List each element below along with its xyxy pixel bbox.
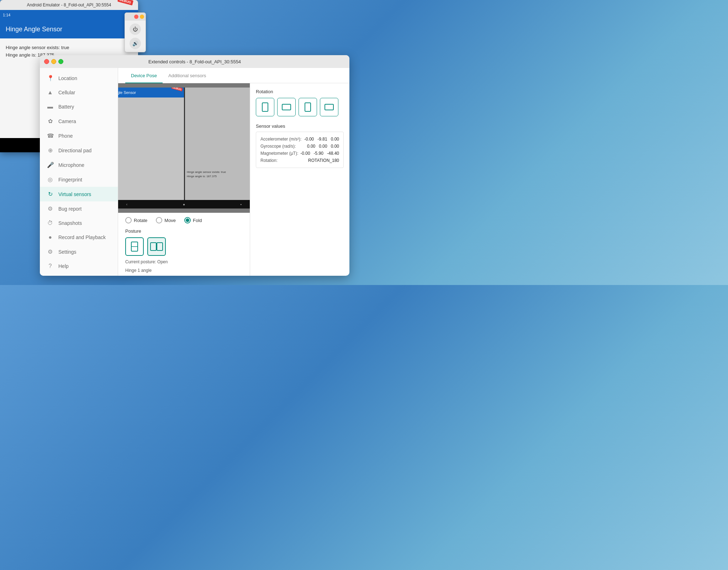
posture-label: Posture — [125, 228, 243, 234]
fold-radio[interactable] — [184, 217, 191, 223]
power-button[interactable]: ⏻ — [130, 23, 141, 35]
android-time: 1:14 — [3, 13, 10, 17]
mode-selector-row: Rotate Move Fold — [125, 217, 243, 223]
small-control-window: ⏻ 🔊 — [125, 12, 146, 52]
fingerprint-icon: ◎ — [47, 176, 53, 183]
sidebar-item-location[interactable]: 📍 Location — [40, 71, 118, 85]
ext-titlebar: Extended controls - 8_Fold-out_API_30:55… — [40, 55, 349, 68]
recents-nav-icon: ▪ — [241, 202, 242, 206]
virtual-sensors-icon: ↻ — [47, 191, 53, 197]
fold-left-content — [118, 97, 184, 200]
device-preview: Hinge Angle Sensor DEBUG — [118, 83, 250, 213]
sidebar-label-bug: Bug report — [58, 206, 81, 212]
fold-divider — [184, 88, 185, 200]
sidebar-item-microphone[interactable]: 🎤 Microphone — [40, 158, 118, 172]
mic-icon: 🎤 — [47, 162, 53, 168]
android-app-bar: Hinge Angle Sensor — [0, 20, 138, 38]
control-window-titlebar — [125, 13, 146, 21]
debug-badge: DEBUG — [117, 0, 133, 5]
help-icon: ? — [47, 263, 53, 269]
record-icon: ● — [47, 234, 53, 241]
battery-icon-sidebar: ▬ — [47, 104, 53, 110]
sidebar-item-cellular[interactable]: ▲ Cellular — [40, 85, 118, 100]
fold-right-screen: Hinge angle sensor exists: true Hinge an… — [184, 88, 250, 200]
sidebar-label-virtual-sensors: Virtual sensors — [58, 191, 91, 197]
sidebar-item-battery[interactable]: ▬ Battery — [40, 100, 118, 114]
bug-icon: ⚙ — [47, 205, 53, 212]
svg-rect-6 — [305, 103, 311, 111]
sidebar-item-record-playback[interactable]: ● Record and Playback — [40, 230, 118, 244]
fullscreen-button[interactable] — [58, 59, 63, 64]
sidebar-label-dpad: Directional pad — [58, 148, 91, 153]
magnetometer-values: -0.00 -5.90 -48.40 — [300, 151, 339, 156]
magnetometer-row: Magnetometer (µT): -0.00 -5.90 -48.40 — [260, 150, 339, 157]
volume-button[interactable]: 🔊 — [130, 38, 141, 49]
sensor-values-title: Sensor values — [256, 123, 344, 129]
rotation-landscape-button[interactable] — [277, 98, 296, 116]
fold-app-title: Hinge Angle Sensor — [118, 90, 136, 95]
minimize-button[interactable] — [51, 59, 56, 64]
rotation-label: Rotation: — [260, 158, 278, 163]
tabs-bar: Device Pose Additional sensors — [118, 68, 349, 83]
sidebar-item-camera[interactable]: ✿ Camera — [40, 114, 118, 128]
mag-v2: -5.90 — [314, 151, 323, 156]
right-panel: Rotation — [250, 83, 349, 276]
phone-icon: ☎ — [47, 132, 53, 139]
snapshots-icon: ⏱ — [47, 220, 53, 226]
accelerometer-label: Accelerometer (m/s²): — [260, 137, 301, 142]
posture-closed-button[interactable] — [125, 237, 144, 256]
sidebar: 📍 Location ▲ Cellular ▬ Battery ✿ Camera… — [40, 68, 118, 276]
accel-v1: -0.00 — [304, 137, 314, 142]
rotate-radio[interactable] — [125, 217, 132, 223]
gyro-v2: 0.00 — [319, 144, 327, 149]
rotate-label: Rotate — [134, 218, 147, 223]
main-panel: Device Pose Additional sensors — [118, 68, 349, 276]
sidebar-label-fingerprint: Fingerprint — [58, 177, 82, 183]
sidebar-item-virtual-sensors[interactable]: ↻ Virtual sensors — [40, 187, 118, 201]
svg-rect-4 — [262, 103, 268, 111]
sidebar-label-battery: Battery — [58, 104, 74, 110]
tab-device-pose[interactable]: Device Pose — [125, 68, 163, 83]
magnetometer-label: Magnetometer (µT): — [260, 151, 298, 156]
rotation-portrait-reverse-button[interactable] — [299, 98, 317, 116]
fold-sensor-line1: Hinge angle sensor exists: true — [187, 170, 226, 174]
content-split: Hinge Angle Sensor DEBUG — [118, 83, 349, 276]
svg-rect-5 — [282, 104, 291, 110]
hinge-label: Hinge 1 angle — [125, 268, 243, 273]
sidebar-label-help: Help — [58, 263, 69, 269]
extended-window-title: Extended controls - 8_Fold-out_API_30:55… — [148, 59, 241, 64]
rotation-portrait-button[interactable] — [256, 98, 274, 116]
accel-v3: 0.00 — [331, 137, 339, 142]
sidebar-item-settings[interactable]: ⚙ Settings — [40, 244, 118, 259]
sidebar-item-snapshots[interactable]: ⏱ Snapshots — [40, 216, 118, 230]
rotation-icons-row — [256, 98, 344, 116]
camera-icon: ✿ — [47, 118, 53, 125]
move-radio[interactable] — [156, 217, 162, 223]
rotation-value: ROTATION_180 — [308, 158, 339, 163]
ctrl-minimize-button[interactable] — [140, 15, 144, 19]
sidebar-item-help[interactable]: ? Help — [40, 259, 118, 273]
sidebar-label-camera: Camera — [58, 118, 76, 124]
rotation-row: Rotation: ROTATION_180 — [260, 157, 339, 164]
close-button[interactable] — [44, 59, 49, 64]
move-option[interactable]: Move — [156, 217, 176, 223]
location-icon: 📍 — [47, 75, 53, 81]
sidebar-item-phone[interactable]: ☎ Phone — [40, 128, 118, 143]
accelerometer-row: Accelerometer (m/s²): -0.00 -9.81 0.00 — [260, 136, 339, 143]
tab-additional-sensors[interactable]: Additional sensors — [163, 68, 212, 83]
android-titlebar: Android Emulator - 8_Fold-out_API_30:555… — [0, 0, 138, 10]
rotate-option[interactable]: Rotate — [125, 217, 147, 223]
settings-icon: ⚙ — [47, 248, 53, 255]
home-nav-icon: ● — [183, 202, 185, 206]
ctrl-close-button[interactable] — [134, 15, 138, 19]
fold-option[interactable]: Fold — [184, 217, 202, 223]
fold-app-bar-left: Hinge Angle Sensor DEBUG — [118, 88, 184, 97]
fold-bottom-nav: ‹ ● ▪ — [118, 200, 250, 209]
sidebar-item-bug-report[interactable]: ⚙ Bug report — [40, 201, 118, 216]
sidebar-item-fingerprint[interactable]: ◎ Fingerprint — [40, 172, 118, 187]
rotation-landscape-reverse-button[interactable] — [320, 98, 338, 116]
cellular-icon: ▲ — [47, 89, 53, 96]
sidebar-label-snapshots: Snapshots — [58, 220, 82, 226]
sidebar-item-directional-pad[interactable]: ⊕ Directional pad — [40, 143, 118, 158]
posture-open-button[interactable] — [147, 237, 166, 256]
